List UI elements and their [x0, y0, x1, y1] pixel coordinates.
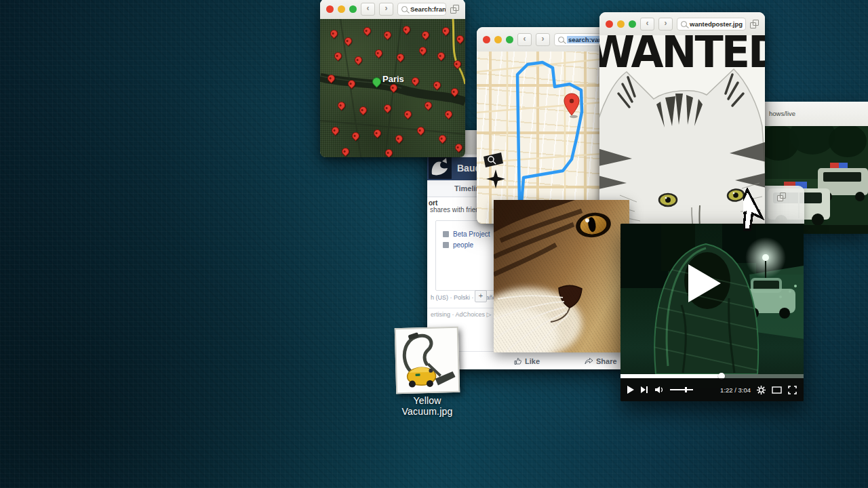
close-button[interactable]	[606, 20, 613, 28]
file-label-line1: Yellow	[384, 395, 470, 406]
map-pin-icon	[394, 134, 405, 144]
file-label-line2: Vacuum.jpg	[384, 406, 470, 417]
add-language-button[interactable]: +	[475, 290, 487, 302]
beta-project-link[interactable]: Beta Project	[453, 230, 490, 238]
zoom-button[interactable]	[349, 5, 357, 13]
cat-photo-art	[494, 200, 629, 352]
map-pin-icon	[454, 142, 465, 152]
file-label[interactable]: Yellow Vacuum.jpg	[384, 395, 470, 417]
map-pin-icon	[410, 75, 421, 86]
profile-cat-sketch	[429, 156, 452, 179]
map-pin-icon	[351, 131, 361, 142]
volume-slider[interactable]	[670, 386, 694, 394]
url-text: hows/live	[769, 110, 795, 117]
search-icon	[681, 21, 687, 27]
map-pin-icon	[436, 51, 447, 62]
next-button[interactable]	[640, 386, 648, 394]
back-button[interactable]	[517, 33, 532, 46]
video-controls-bar: 1:22 / 3:04	[620, 378, 804, 401]
mouse-cursor	[743, 187, 780, 232]
address-bar[interactable]: search:vancouver	[554, 33, 604, 46]
forward-button[interactable]	[658, 18, 673, 30]
like-label: Like	[525, 357, 540, 365]
forward-button[interactable]	[536, 33, 550, 46]
map-pin-icon	[346, 78, 357, 89]
map-pin-icon	[374, 48, 384, 59]
minimize-button[interactable]	[494, 36, 502, 43]
map-pin-icon	[395, 52, 406, 63]
wanted-titlebar[interactable]: wantedposter.jpg	[599, 12, 765, 36]
play-button[interactable]	[627, 386, 634, 394]
vancouver-map-window: search:vancouver	[477, 27, 610, 224]
map-pin-icon	[443, 108, 454, 119]
people-icon	[443, 242, 449, 248]
address-bar[interactable]: Search:france/paris	[397, 3, 446, 16]
close-button[interactable]	[483, 36, 490, 43]
address-text-selected: search:vancouver	[567, 36, 604, 43]
map-pin-icon	[336, 100, 347, 111]
back-button[interactable]	[361, 3, 375, 16]
people-link[interactable]: people	[453, 241, 473, 249]
close-button[interactable]	[326, 5, 334, 13]
map-pin-icon	[329, 28, 340, 39]
new-window-icon[interactable]	[750, 20, 759, 28]
profile-picture[interactable]	[429, 156, 452, 179]
volume-icon[interactable]	[654, 386, 664, 394]
paris-titlebar[interactable]: Search:france/paris	[320, 0, 465, 20]
back-button[interactable]	[640, 18, 654, 30]
map-pin-icon	[372, 128, 383, 139]
cat-nose	[559, 285, 582, 308]
new-window-icon[interactable]	[450, 5, 459, 14]
map-pin-icon	[437, 134, 448, 144]
theater-mode-icon[interactable]	[772, 386, 782, 394]
language-links[interactable]: h (US) · Polski · Español	[431, 294, 498, 301]
vacuum-art	[396, 328, 456, 390]
minimize-button[interactable]	[617, 20, 625, 28]
paris-label: Paris	[382, 74, 404, 84]
share-button[interactable]: Share	[585, 352, 617, 369]
time-display: 1:22 / 3:04	[720, 386, 751, 394]
map-pin-icon	[449, 87, 460, 98]
map-pin-icon	[353, 55, 364, 66]
paris-satellite-map[interactable]: Paris	[320, 19, 465, 157]
search-icon	[401, 6, 408, 12]
map-pin-icon	[340, 146, 351, 157]
street-map-art	[477, 52, 610, 224]
map-pin-icon	[440, 26, 451, 37]
police-toolbar[interactable]: hows/live	[765, 102, 868, 127]
paris-map-pins	[320, 19, 465, 157]
address-text: wantedposter.jpg	[690, 20, 743, 28]
minimize-button[interactable]	[338, 5, 345, 13]
address-bar[interactable]: wantedposter.jpg	[677, 18, 746, 30]
map-pin-icon	[420, 30, 431, 41]
like-button[interactable]: Like	[514, 352, 540, 369]
map-pin-icon	[455, 34, 465, 45]
settings-gear-icon[interactable]	[757, 386, 766, 394]
zoom-button[interactable]	[506, 36, 513, 43]
forward-button[interactable]	[379, 3, 393, 16]
vacuum-image	[395, 327, 460, 394]
video-scene[interactable]	[620, 224, 804, 374]
map-pin-icon	[417, 45, 428, 56]
share-arrow-icon	[585, 357, 593, 365]
vancouver-street-map[interactable]	[477, 52, 610, 224]
map-pin-icon	[357, 104, 368, 115]
map-pin-icon	[362, 26, 373, 37]
video-player-window: 1:22 / 3:04	[620, 224, 804, 401]
map-pin-icon	[326, 73, 336, 83]
fullscreen-icon[interactable]	[788, 386, 797, 394]
vancouver-titlebar[interactable]: search:vancouver	[477, 27, 610, 52]
route-destination-pin-icon	[564, 94, 579, 115]
thumbs-up-icon	[514, 357, 522, 365]
map-pin-icon	[416, 125, 427, 136]
zoom-button[interactable]	[629, 20, 636, 28]
adchoices-row[interactable]: ertising · AdChoices ▷	[431, 311, 491, 318]
desktop: hows/live	[0, 0, 868, 488]
share-label: Share	[596, 357, 617, 365]
map-pin-icon	[423, 100, 434, 111]
map-pin-icon	[401, 24, 412, 35]
map-pin-icon	[382, 30, 393, 41]
map-pin-icon	[343, 35, 354, 46]
map-pin-icon	[432, 80, 443, 91]
whiskers	[494, 296, 568, 352]
